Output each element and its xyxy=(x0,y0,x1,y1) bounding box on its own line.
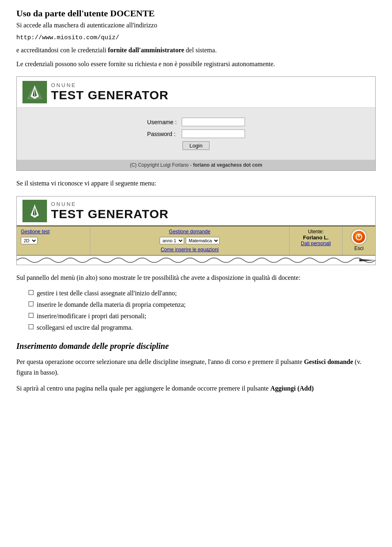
come-inserire-link[interactable]: Come inserire le equazioni xyxy=(160,247,218,252)
exit-button[interactable] xyxy=(352,230,366,244)
menu-logo-icon xyxy=(22,200,47,222)
bullet-icon xyxy=(29,324,33,329)
page-heading: Uso da parte dell'utente DOCENTE xyxy=(16,8,376,19)
logo-testgen-text: TEST GENERATOR xyxy=(51,88,169,102)
login-table: Username : Password : Login xyxy=(145,116,247,152)
svg-marker-11 xyxy=(359,259,375,261)
anno-select[interactable]: anno 1 xyxy=(160,237,184,244)
bullet-icon xyxy=(29,301,33,306)
username-label: Username : xyxy=(145,116,179,128)
copyright-bar: (C) Copyright Luigi Forlano - forlano at… xyxy=(17,160,375,170)
gestione-domande-cell: Gestione domande anno 1 Matematica Come … xyxy=(90,226,290,255)
logo-bar: ONUNE TEST GENERATOR xyxy=(17,77,375,108)
section2-para1: Per questa operazione occorre selezionar… xyxy=(16,357,376,377)
utente-name: Forlano L. xyxy=(294,234,338,241)
bullet-icon xyxy=(29,290,33,295)
list-item: inserire/modificare i propri dati person… xyxy=(29,311,376,321)
section2-heading: Inserimento domande delle proprie discip… xyxy=(16,342,376,351)
list-item: scollegarsi ed uscire dal programma. xyxy=(29,323,376,333)
url-text: http://www.miosito.com/quiz/ xyxy=(16,34,376,41)
para2: Le credenziali possono solo essere forni… xyxy=(16,59,376,69)
logo-icon xyxy=(22,81,47,103)
gestione-test-link[interactable]: Gestione test xyxy=(21,229,50,234)
menu-logo-bar: ONUNE TEST GENERATOR xyxy=(17,196,375,226)
gestione-domande-link[interactable]: Gestione domande xyxy=(169,229,210,234)
wave-bar xyxy=(17,256,375,265)
password-input[interactable] xyxy=(182,129,245,138)
before-menu-text: Se il sistema vi riconosce vi appare il … xyxy=(16,178,376,189)
subtitle: Si accede alla maschera di autenticazion… xyxy=(16,20,376,30)
password-label: Password : xyxy=(145,128,179,140)
select-2d[interactable]: 2D xyxy=(21,237,38,244)
username-input[interactable] xyxy=(182,118,245,126)
logo-online-text: ONUNE xyxy=(51,82,169,88)
menu-logo-testgen: TEST GENERATOR xyxy=(51,207,169,221)
esci-cell: Esci xyxy=(343,226,375,255)
menu-logo-text-area: ONUNE TEST GENERATOR xyxy=(51,201,169,221)
login-button[interactable]: Login xyxy=(183,141,209,150)
menu-logo-online: ONUNE xyxy=(51,201,169,207)
list-item: gestire i test delle classi assegnate al… xyxy=(29,288,376,298)
list-item: inserire le domande della materia di pro… xyxy=(29,300,376,310)
login-screenshot: ONUNE TEST GENERATOR Username : Password… xyxy=(16,76,376,171)
section2-para2: Si aprirà al centro una pagina nella qua… xyxy=(16,383,376,394)
panel-desc: Sul pannello del menù (in alto) sono mos… xyxy=(16,272,376,283)
menu-bar: Gestione test 2D Gestione domande anno 1… xyxy=(17,226,375,256)
utente-label: Utente: xyxy=(294,229,338,234)
menu-screenshot: ONUNE TEST GENERATOR Gestione test 2D Ge… xyxy=(16,196,376,265)
bullet-icon xyxy=(29,313,33,318)
para1: e accreditandosi con le credenziali forn… xyxy=(16,45,376,55)
bullet-list: gestire i test delle classi assegnate al… xyxy=(29,288,376,333)
gestione-test-cell: Gestione test 2D xyxy=(17,226,90,255)
utente-cell: Utente: Forlano L. Dati personali xyxy=(290,226,343,255)
dati-personali-link[interactable]: Dati personali xyxy=(301,241,331,246)
materia-select[interactable]: Matematica xyxy=(186,237,220,244)
esci-label: Esci xyxy=(354,246,364,251)
login-form-area: Username : Password : Login xyxy=(17,108,375,160)
logo-text-area: ONUNE TEST GENERATOR xyxy=(51,82,169,102)
